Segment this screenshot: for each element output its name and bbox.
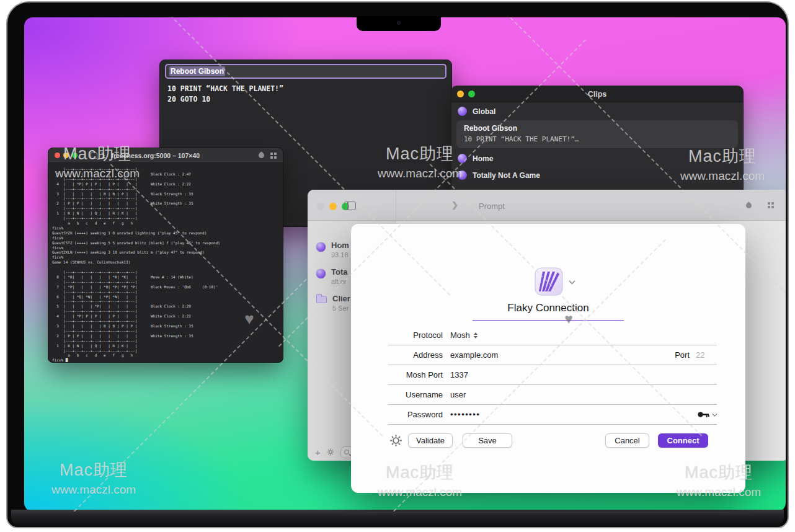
chevron-down-icon: [713, 411, 717, 416]
desktop-wallpaper: Reboot Gibson 10 PRINT “HACK THE PLANET!…: [24, 17, 786, 512]
connection-dialog: Flaky Connection Protocol Mosh Address e…: [351, 224, 745, 493]
droplet-icon[interactable]: [257, 151, 265, 159]
globe-icon: [458, 107, 467, 116]
protocol-row: Protocol Mosh: [388, 326, 717, 345]
clips-group-home[interactable]: Home: [451, 149, 743, 166]
laptop-chin: [11, 510, 784, 526]
cancel-button[interactable]: Cancel: [605, 433, 649, 448]
terminal-screen[interactable]: |---+---+---+---+---+---+---+---| 5 | | …: [52, 167, 220, 363]
globe-icon: [458, 154, 467, 163]
sidebar-item-clients[interactable]: Clier 5 Ser: [316, 294, 350, 312]
address-field[interactable]: example.com: [450, 350, 498, 360]
clip-name: Reboot Gibson: [464, 124, 731, 133]
password-row: Password ••••••••: [388, 405, 717, 425]
zoom-button[interactable]: [468, 91, 475, 97]
settings-gear-icon[interactable]: [389, 434, 402, 447]
shell-caret-icon: ❯: [451, 200, 458, 210]
globe-icon: [316, 269, 326, 278]
titlebar-divider: [396, 190, 396, 221]
sidebar-item-totally[interactable]: Tota alt.or: [316, 267, 347, 285]
new-window-icon[interactable]: [91, 153, 97, 159]
clips-group-global[interactable]: Global: [451, 102, 743, 119]
close-button[interactable]: [317, 203, 324, 210]
close-button[interactable]: [55, 153, 60, 158]
clips-group-label: Totally Not A Game: [473, 171, 540, 180]
terminal-title: freechess.org:5000 – 107×40: [111, 152, 200, 159]
sidebar-item-label: Tota: [331, 267, 347, 277]
connect-button[interactable]: Connect: [658, 433, 708, 448]
folder-icon: [316, 296, 327, 303]
prompt-titlebar: ❯ Prompt: [308, 190, 786, 221]
mosh-port-field[interactable]: 1337: [450, 370, 717, 379]
camera-dot: [397, 21, 401, 25]
clips-window-title: Clips: [475, 90, 719, 99]
dialog-buttons: Validate Save Cancel Connect: [351, 433, 745, 450]
username-field[interactable]: user: [450, 390, 717, 399]
key-icon: [698, 411, 710, 418]
clip-name-field[interactable]: Reboot Gibson: [165, 64, 446, 79]
password-options-button[interactable]: [698, 411, 717, 418]
shell-caret-icon: ❯: [100, 152, 105, 159]
chevron-down-icon[interactable]: [569, 278, 575, 284]
gear-icon[interactable]: [327, 448, 334, 456]
stepper-icon: [474, 332, 477, 339]
clips-group-label: Home: [473, 154, 493, 163]
add-icon[interactable]: +: [315, 448, 321, 457]
clips-window: Clips Global Reboot Gibson 10 PRINT “HAC…: [451, 86, 744, 191]
address-row: Address example.com Port 22: [388, 345, 717, 365]
sidebar-toggle-icon[interactable]: [344, 202, 356, 210]
prompt-window-title: Prompt: [479, 202, 505, 211]
minimize-button[interactable]: [457, 91, 464, 97]
prompt-app-icon[interactable]: [535, 267, 563, 296]
zoom-button[interactable]: [72, 153, 78, 158]
clips-titlebar: Clips: [451, 86, 743, 102]
validate-button[interactable]: Validate: [408, 433, 453, 448]
grid-icon[interactable]: [270, 153, 277, 159]
globe-icon: [316, 242, 326, 252]
mosh-port-row: Mosh Port 1337: [388, 365, 717, 385]
sidebar-item-label: Clier: [332, 294, 350, 303]
save-button[interactable]: Save: [463, 433, 512, 448]
clip-code-editor[interactable]: 10 PRINT “HACK THE PLANET!” 20 GOTO 10: [167, 84, 283, 105]
sidebar-item-subtitle: alt.or: [331, 278, 347, 285]
connection-title[interactable]: Flaky Connection: [351, 302, 745, 314]
sidebar-item-label: Hom: [331, 241, 349, 250]
clip-item-selected[interactable]: Reboot Gibson 10 PRINT “HACK THE PLANET!…: [456, 120, 738, 148]
protocol-value: Mosh: [450, 330, 470, 340]
minimize-button[interactable]: [63, 153, 69, 158]
port-label: Port: [675, 350, 690, 360]
clips-group-totally-not-a-game[interactable]: Totally Not A Game: [451, 166, 743, 183]
password-label: Password: [388, 410, 450, 419]
username-label: Username: [388, 390, 450, 399]
laptop-frame: Reboot Gibson 10 PRINT “HACK THE PLANET!…: [6, 1, 789, 528]
sidebar-item-subtitle: 5 Ser: [332, 304, 350, 312]
terminal-window: ❯ freechess.org:5000 – 107×40 |---+---+-…: [48, 148, 283, 363]
protocol-label: Protocol: [388, 330, 450, 340]
clip-name-selected-text: Reboot Gibson: [169, 66, 225, 76]
search-icon: [344, 450, 349, 454]
username-row: Username user: [388, 385, 717, 405]
address-label: Address: [388, 350, 450, 360]
clip-snippet: 10 PRINT “HACK THE PLANET!”…: [464, 135, 731, 143]
globe-icon: [458, 171, 467, 180]
terminal-titlebar: ❯ freechess.org:5000 – 107×40: [48, 148, 283, 163]
sidebar-item-subtitle: 93.18: [331, 251, 349, 259]
connection-form: Protocol Mosh Address example.com Port 2…: [388, 326, 717, 425]
display-notch: [357, 16, 441, 31]
port-field[interactable]: 22: [696, 350, 717, 360]
clips-group-label: Global: [473, 107, 495, 116]
minimize-button[interactable]: [329, 203, 337, 210]
password-field[interactable]: ••••••••: [450, 410, 480, 419]
title-underline: [473, 320, 624, 321]
watermark: Mac助理www.maczl.com: [38, 459, 149, 497]
mosh-port-label: Mosh Port: [388, 370, 450, 379]
droplet-icon[interactable]: [745, 202, 753, 210]
sidebar-item-home[interactable]: Hom 93.18: [316, 241, 349, 259]
grid-icon[interactable]: [768, 202, 774, 208]
protocol-popup[interactable]: Mosh: [450, 330, 717, 340]
